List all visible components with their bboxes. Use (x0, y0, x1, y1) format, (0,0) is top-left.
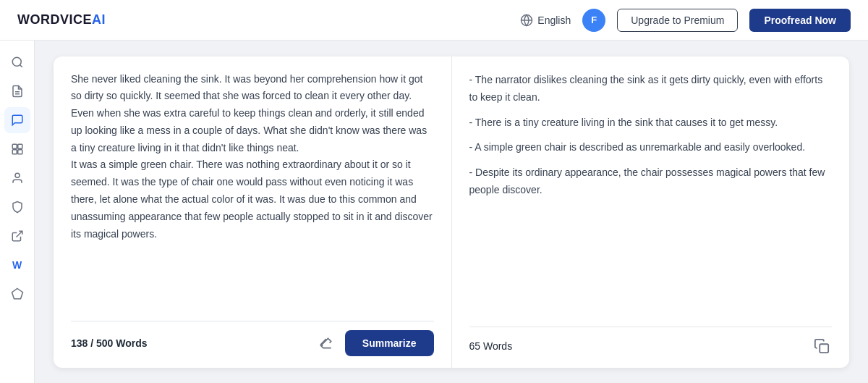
header: WORDVICEAI English F Upgrade to Premium … (0, 0, 868, 41)
sidebar-item-export[interactable] (4, 223, 30, 249)
language-label: English (537, 14, 571, 26)
summary-line-2: - A simple green chair is described as u… (469, 138, 833, 156)
diamond-icon (11, 287, 24, 300)
translate-icon (11, 143, 24, 156)
svg-rect-6 (12, 144, 17, 148)
summary-word-count: 65 Words (469, 340, 513, 352)
sidebar: W (0, 41, 35, 383)
left-panel: She never liked cleaning the sink. It wa… (54, 56, 452, 368)
input-text-content: She never liked cleaning the sink. It wa… (71, 73, 434, 240)
sidebar-item-diamond[interactable] (4, 281, 30, 307)
search-icon (11, 56, 24, 69)
sidebar-item-document[interactable] (4, 78, 30, 104)
proofread-button[interactable]: Proofread Now (749, 9, 851, 32)
svg-rect-8 (12, 150, 17, 154)
svg-rect-9 (17, 150, 22, 154)
content-area: She never liked cleaning the sink. It wa… (35, 41, 868, 383)
upgrade-button[interactable]: Upgrade to Premium (617, 9, 738, 32)
summary-line-0: - The narrator dislikes cleaning the sin… (469, 71, 833, 106)
document-icon (11, 85, 24, 98)
svg-point-10 (15, 173, 20, 177)
sidebar-item-search[interactable] (4, 49, 30, 75)
input-text[interactable]: She never liked cleaning the sink. It wa… (71, 71, 434, 315)
right-panel: - The narrator dislikes cleaning the sin… (452, 56, 850, 368)
svg-line-11 (16, 231, 22, 237)
summarize-button[interactable]: Summarize (345, 330, 434, 356)
word-count: 138 / 500 Words (71, 337, 148, 349)
svg-marker-12 (12, 289, 22, 299)
sidebar-item-word[interactable]: W (4, 252, 30, 278)
export-icon (11, 230, 24, 243)
sidebar-item-user[interactable] (4, 165, 30, 191)
copy-icon[interactable] (812, 336, 832, 356)
logo: WORDVICEAI (17, 12, 106, 28)
shield-icon (11, 201, 24, 214)
svg-line-3 (20, 64, 22, 67)
left-footer: 138 / 500 Words Summarize (71, 321, 434, 356)
word-icon: W (12, 259, 22, 271)
copy-svg (814, 338, 830, 354)
summary-line-3: - Despite its ordinary appearance, the c… (469, 164, 833, 199)
sidebar-item-chat[interactable] (4, 107, 30, 133)
language-selector[interactable]: English (520, 14, 571, 27)
logo-ai: AI (92, 12, 106, 27)
logo-wordvice: WORDVICE (17, 12, 92, 27)
svg-rect-7 (17, 144, 22, 148)
user-avatar[interactable]: F (582, 9, 605, 32)
chat-icon (11, 114, 24, 127)
globe-icon (520, 14, 533, 27)
sidebar-item-shield[interactable] (4, 194, 30, 220)
main-layout: W She never liked cleaning the sink. It … (0, 41, 868, 383)
right-footer: 65 Words (469, 327, 833, 356)
summary-line-1: - There is a tiny creature living in the… (469, 114, 833, 132)
eraser-svg (319, 336, 333, 350)
user-check-icon (11, 172, 24, 185)
editor-container: She never liked cleaning the sink. It wa… (54, 56, 849, 368)
summary-text: - The narrator dislikes cleaning the sin… (469, 71, 833, 321)
svg-point-2 (12, 57, 21, 66)
sidebar-item-translate[interactable] (4, 136, 30, 162)
svg-rect-13 (820, 344, 828, 353)
footer-actions: Summarize (316, 330, 434, 356)
eraser-icon[interactable] (316, 333, 336, 353)
